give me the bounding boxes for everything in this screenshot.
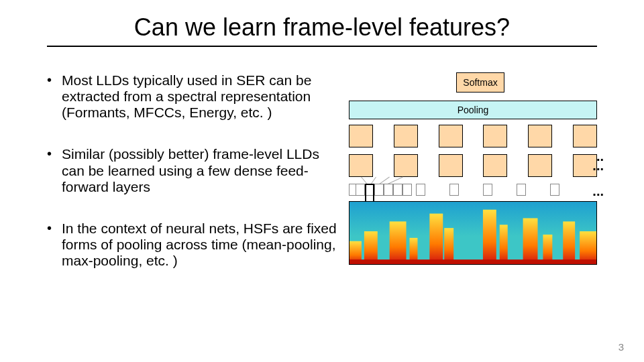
bullet-list: Most LLDs typically used in SER can be e… [47,72,337,307]
ellipsis-icon: ... [592,158,604,174]
dense-unit [394,154,418,177]
spectrogram [349,201,597,265]
svg-rect-6 [444,228,453,264]
dense-unit [528,125,552,147]
softmax-box: Softmax [456,72,504,93]
frame-slot [393,184,402,196]
svg-rect-11 [563,221,575,264]
page-number: 3 [619,341,624,353]
svg-rect-5 [429,214,443,264]
slide-title: Can we learn frame-level features? [134,13,510,42]
svg-rect-3 [390,221,407,264]
frame-slot [416,184,425,196]
dense-layer-row: ... [349,154,597,177]
content-row: Most LLDs typically used in SER can be e… [47,72,597,307]
svg-rect-0 [350,202,596,264]
svg-rect-9 [523,218,538,264]
bullet-item: In the context of neural nets, HSFs are … [47,221,337,269]
dense-unit [528,154,552,177]
svg-rect-2 [364,231,378,264]
dense-unit [394,125,418,147]
title-underline: Can we learn frame-level features? [47,13,597,47]
ellipsis-icon: ... [592,184,604,199]
bullet-item: Similar (possibly better) frame-level LL… [47,146,337,194]
dense-unit [573,125,597,147]
dense-unit [349,125,373,147]
frame-slot [384,184,393,196]
svg-rect-12 [580,231,596,264]
svg-rect-13 [350,259,596,264]
dense-unit [439,154,463,177]
frame-slot [449,184,459,196]
dense-unit [349,154,373,177]
frame-slot [550,184,559,196]
spectrogram-svg [350,202,596,264]
dense-unit [439,125,463,147]
slide: Can we learn frame-level features? Most … [0,0,644,362]
bullet-item: Most LLDs typically used in SER can be e… [47,72,337,121]
pooling-box: Pooling [349,101,597,119]
dense-unit [483,125,507,147]
frame-slot [402,184,412,196]
frame-slot [356,184,365,196]
dense-layer-row: ... [349,125,597,147]
architecture-diagram: Softmax Pooling ... ... [349,72,597,307]
frame-slot [483,184,492,196]
frame-row: ... [349,184,597,196]
frame-slot [517,184,526,196]
dense-unit [483,154,507,177]
frame-slot [374,184,384,196]
svg-rect-7 [483,210,496,264]
svg-rect-8 [500,225,508,264]
